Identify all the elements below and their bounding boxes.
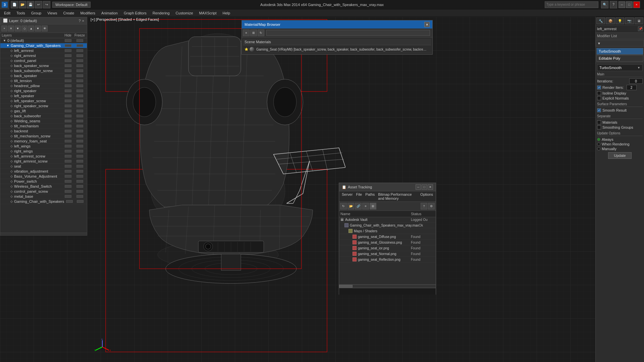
layers-help-btn[interactable]: ?	[78, 19, 80, 23]
rpanel-tab-3[interactable]: 💡	[615, 17, 624, 24]
asset-row[interactable]: gaming_seat_ior.png Found	[339, 245, 436, 251]
menu-customize[interactable]: Customize	[173, 10, 196, 16]
layer-freeze-toggle[interactable]	[76, 120, 83, 122]
layer-freeze-toggle[interactable]	[76, 160, 83, 163]
layer-item[interactable]: ◇left_wings	[0, 144, 87, 149]
layer-item[interactable]: ◇left_armrest	[0, 48, 87, 53]
menu-views[interactable]: Views	[45, 10, 60, 16]
layer-hide-toggle[interactable]	[65, 145, 71, 147]
layers-close-btn[interactable]: ×	[82, 19, 84, 23]
layer-hide-toggle[interactable]	[65, 175, 71, 178]
modifier-turbosooth[interactable]: TurboSmooth	[596, 48, 643, 55]
search-icon[interactable]: 🔍	[601, 1, 608, 8]
layer-hide-toggle[interactable]	[65, 95, 71, 97]
at-refresh-btn[interactable]: ↻	[340, 203, 347, 209]
layer-item[interactable]: ◇memory_foam_seat	[0, 139, 87, 144]
layer-freeze-toggle[interactable]	[76, 150, 83, 153]
layer-item[interactable]: ◇gas_lift	[0, 109, 87, 114]
layer-hide-toggle[interactable]	[65, 135, 71, 137]
at-settings-btn[interactable]: ⚙	[428, 203, 435, 209]
layer-hide-toggle[interactable]	[65, 195, 71, 198]
layer-item[interactable]: ◇right_armrest_screw	[0, 159, 87, 164]
layers-move-down-btn[interactable]: ▼	[35, 25, 41, 32]
layers-move-up-btn[interactable]: ▲	[28, 25, 34, 32]
menu-help[interactable]: Help	[220, 10, 233, 16]
layers-scrollbar[interactable]	[0, 233, 87, 235]
asset-row[interactable]: gaming_seat_Reflection.png Found	[339, 257, 436, 262]
asset-row[interactable]: gaming_seat_Normal.png Found	[339, 251, 436, 257]
layers-delete-btn[interactable]: ✕	[8, 25, 14, 32]
layer-hide-toggle[interactable]	[65, 165, 71, 168]
manually-radio[interactable]	[597, 147, 600, 150]
layer-item[interactable]: ◇Wireless_Band_Switch	[0, 184, 87, 189]
search-input[interactable]	[545, 1, 598, 8]
layer-freeze-toggle[interactable]	[76, 125, 83, 127]
menu-graph-editors[interactable]: Graph Editors	[121, 10, 149, 16]
layer-hide-toggle[interactable]	[65, 54, 71, 57]
layer-hide-toggle[interactable]	[65, 150, 71, 153]
layer-hide-toggle[interactable]	[65, 120, 71, 122]
layer-freeze-toggle[interactable]	[76, 54, 83, 57]
layer-freeze-toggle[interactable]	[76, 84, 83, 87]
asset-row[interactable]: 🏛 Autodesk Vault Logged Ou	[339, 217, 436, 223]
layer-hide-toggle[interactable]	[65, 69, 71, 72]
menu-modifiers[interactable]: Modifiers	[77, 10, 98, 16]
layer-hide-toggle[interactable]	[65, 74, 71, 77]
layer-item[interactable]: ◇back_speaker	[0, 73, 87, 78]
mat-view-icon-btn[interactable]: ⊞	[250, 29, 257, 36]
asset-row[interactable]: Gaming_Chair_with_Speakers_max_vray.max …	[339, 223, 436, 228]
layer-freeze-toggle[interactable]	[76, 79, 83, 82]
smooth-result-checkbox[interactable]: ✓	[597, 108, 601, 112]
mat-item-gaming-seat[interactable]: ⭐ Gaming_Seat (VRayMtl) [back_speaker_sc…	[243, 46, 431, 53]
render-iters-checkbox[interactable]: ✓	[597, 85, 601, 89]
layer-freeze-toggle[interactable]	[76, 100, 83, 102]
layer-freeze-toggle[interactable]	[76, 185, 83, 188]
asset-close-btn[interactable]: ✕	[428, 184, 433, 190]
layer-freeze-toggle[interactable]	[76, 74, 83, 77]
layer-item[interactable]: ◇tilt_mechanism	[0, 124, 87, 129]
menu-group[interactable]: Group	[29, 10, 44, 16]
asset-scrollbar-thumb[interactable]	[339, 285, 353, 288]
layer-hide-toggle[interactable]	[65, 125, 71, 127]
layer-item[interactable]: ◇control_panel	[0, 58, 87, 63]
layer-freeze-toggle[interactable]	[76, 115, 83, 117]
layer-hide-toggle[interactable]	[65, 59, 71, 62]
menu-maxscript[interactable]: MAXScript	[197, 10, 219, 16]
asset-row[interactable]: gaming_seat_Diffuse.png Found	[339, 234, 436, 240]
layer-item[interactable]: ◇back_subwoofer	[0, 114, 87, 119]
at-list-btn[interactable]: ≡	[362, 203, 369, 209]
layer-item[interactable]: ◇left_speaker	[0, 94, 87, 99]
layer-item[interactable]: ◇right_wings	[0, 149, 87, 154]
save-btn[interactable]: 💾	[27, 1, 34, 8]
asset-path-field[interactable]	[339, 288, 436, 295]
mat-view-list-btn[interactable]: ≡	[243, 29, 250, 36]
asset-minimize-btn[interactable]: ─	[416, 184, 421, 190]
rpanel-tab-1[interactable]: 🔧	[596, 17, 605, 24]
layer-item[interactable]: ◇metal_base	[0, 194, 87, 199]
layers-select-btn[interactable]: ◇	[21, 25, 28, 32]
layer-freeze-toggle[interactable]	[76, 135, 83, 137]
rpanel-tab-2[interactable]: 📦	[606, 17, 614, 24]
layer-freeze-toggle[interactable]	[76, 165, 83, 168]
layer-freeze-toggle[interactable]	[76, 145, 83, 147]
layer-item[interactable]: ◇Power_switch	[0, 179, 87, 184]
undo-btn[interactable]: ↩	[35, 1, 42, 8]
close-btn[interactable]: ✕	[633, 1, 640, 8]
at-resolve-btn[interactable]: 🔗	[355, 203, 362, 209]
layer-freeze-toggle[interactable]	[76, 195, 83, 198]
render-iters-input[interactable]	[627, 85, 637, 90]
layer-hide-toggle[interactable]	[65, 79, 71, 82]
layer-freeze-toggle[interactable]	[76, 44, 83, 47]
layer-freeze-toggle[interactable]	[76, 180, 83, 183]
material-browser-close[interactable]: ✕	[424, 22, 430, 27]
new-btn[interactable]: 📄	[11, 1, 18, 8]
maximize-btn[interactable]: □	[626, 1, 633, 8]
layer-freeze-toggle[interactable]	[76, 95, 83, 97]
help-icon[interactable]: ?	[610, 1, 617, 8]
asset-row[interactable]: Maps / Shaders	[339, 228, 436, 234]
layer-item[interactable]: ◇tilt_tension	[0, 78, 87, 83]
smoothing-groups-checkbox[interactable]	[597, 125, 601, 129]
workspace-selector[interactable]: Workspace: Default	[52, 2, 91, 8]
layer-freeze-toggle[interactable]	[76, 155, 83, 158]
layer-item[interactable]: ◇Welding_seams	[0, 119, 87, 124]
